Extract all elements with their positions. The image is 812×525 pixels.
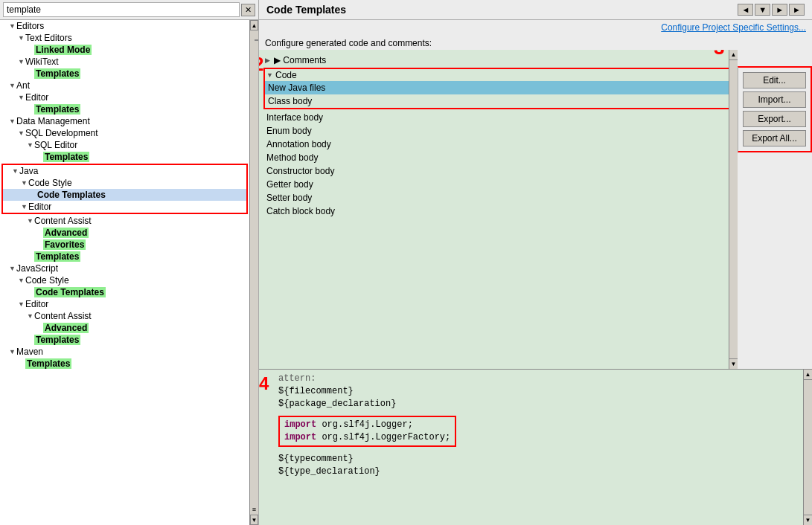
configure-desc: Configure generated code and comments: [259, 35, 812, 50]
preview-line-filecomment: ${filecomment} [278, 385, 797, 398]
catch-block-body-item[interactable]: Catch block body [263, 204, 733, 218]
configure-link[interactable]: Configure Project Specific Settings... [661, 22, 806, 33]
template-tree-scrollbar[interactable]: ▲ ▼ [729, 50, 738, 369]
tree-area: ▼Editors ▼Text Editors Linked Mode ▼Wiki… [0, 20, 249, 525]
search-bar: ✕ [0, 0, 258, 20]
marker-3: 3 [714, 50, 724, 59]
configure-row: Configure Project Specific Settings... [259, 20, 812, 35]
tree-item-sql-templates[interactable]: Templates [0, 151, 249, 163]
tree-item-ant[interactable]: ▼Ant [0, 80, 249, 91]
annotation-body-item[interactable]: Annotation body [263, 138, 733, 151]
tree-item-linked-mode[interactable]: Linked Mode [0, 44, 249, 56]
preview-scroll-up[interactable]: ▲ [804, 370, 812, 380]
getter-body-item[interactable]: Getter body [263, 178, 733, 191]
constructor-body-item[interactable]: Constructor body [263, 164, 733, 178]
tree-item-advanced-1[interactable]: Advanced [0, 227, 249, 239]
left-panel: ✕ ▼Editors ▼Text Editors Linked Mode [0, 0, 259, 525]
preview-import2: import org.slf4j.LoggerFactory; [284, 431, 450, 444]
tree-item-sql-dev[interactable]: ▼SQL Development [0, 127, 249, 139]
tree-item-content-assist[interactable]: ▼Content Assist [0, 215, 249, 227]
tree-item-maven-templates[interactable]: Templates [0, 358, 249, 370]
method-body-item[interactable]: Method body [263, 151, 733, 164]
preview-typecomment: ${typecomment} [278, 453, 797, 466]
tree-item-js-codestyle[interactable]: ▼Code Style [0, 274, 249, 286]
right-panel: Code Templates ◄ ▼ ► ► Configure Project… [259, 0, 812, 525]
tree-item-java-editor[interactable]: ▼Editor [3, 201, 246, 213]
nav-dropdown-button[interactable]: ▼ [755, 4, 770, 16]
import-box: import org.slf4j.Logger; import org.slf4… [278, 416, 456, 447]
scroll-up-arrow[interactable]: ▲ [250, 20, 258, 30]
panel-title: Code Templates [266, 4, 738, 16]
scroll-down-arrow[interactable]: ▼ [250, 515, 258, 525]
tree-item-maven[interactable]: ▼Maven [0, 346, 249, 358]
search-input[interactable] [3, 2, 240, 17]
preview-scrollbar[interactable]: ▲ ▼ [803, 370, 812, 525]
search-clear-button[interactable]: ✕ [241, 4, 255, 16]
tree-item-wikitext-templates[interactable]: Templates [0, 68, 249, 80]
class-body-item[interactable]: Class body [265, 94, 729, 108]
template-tree: ▶ ▶ Comments ▼ Code New Java files [259, 50, 738, 222]
tree-item-code-templates[interactable]: Code Templates [3, 189, 246, 201]
preview-area: 4 attern: ${filecomment} ${package_decla… [259, 369, 812, 525]
tree-item-text-editors[interactable]: ▼Text Editors [0, 32, 249, 44]
tree-item-java-editor-templates[interactable]: Templates [0, 251, 249, 262]
marker-2: 2 [259, 53, 263, 76]
nav-forward-button[interactable]: ► [772, 4, 787, 16]
export-all-button[interactable]: Export All... [743, 130, 806, 146]
tree-item-ant-templates[interactable]: Templates [0, 103, 249, 115]
tree-item-java[interactable]: ▼Java [3, 165, 246, 177]
setter-body-item[interactable]: Setter body [263, 191, 733, 204]
tree-item-ant-editor[interactable]: ▼Editor [0, 91, 249, 103]
preview-type-declaration: ${type_declaration} [278, 466, 797, 478]
tmpl-scroll-down[interactable]: ▼ [729, 358, 738, 369]
nav-buttons: ◄ ▼ ► ► [738, 4, 805, 16]
tree-item-java-codestyle[interactable]: ▼Code Style [3, 177, 246, 189]
tree-item-js-code-templates[interactable]: Code Templates [0, 286, 249, 298]
nav-back-button[interactable]: ◄ [738, 4, 753, 16]
tree-item-sql-editor[interactable]: ▼SQL Editor [0, 139, 249, 151]
tree-item-js-content-assist[interactable]: ▼Content Assist [0, 310, 249, 322]
tree-item-data-mgmt[interactable]: ▼Data Management [0, 115, 249, 127]
marker-4: 4 [259, 371, 269, 396]
tree-item-favorites[interactable]: Favorites [0, 239, 249, 251]
tmpl-scroll-up[interactable]: ▲ [729, 50, 738, 60]
import-button[interactable]: Import... [743, 91, 806, 108]
preview-scroll-down[interactable]: ▼ [804, 515, 812, 525]
tree-item-editors[interactable]: ▼Editors [0, 20, 249, 32]
enum-body-item[interactable]: Enum body [263, 124, 733, 138]
export-button[interactable]: Export... [743, 111, 806, 127]
preview-content: 4 attern: ${filecomment} ${package_decla… [259, 370, 803, 525]
preview-line-pattern: attern: [278, 373, 797, 385]
interface-body-item[interactable]: Interface body [263, 111, 733, 124]
comments-section[interactable]: ▶ ▶ Comments [263, 54, 733, 66]
code-section[interactable]: ▼ Code [265, 69, 729, 81]
edit-button[interactable]: Edit... [743, 72, 806, 88]
scroll-thumb[interactable] [255, 39, 259, 41]
new-java-files-item[interactable]: New Java files [265, 81, 729, 94]
tree-item-wikitext[interactable]: ▼WikiText [0, 56, 249, 68]
tree-scrollbar[interactable]: ▲ ≡ ▼ [249, 20, 258, 525]
preview-import1: import org.slf4j.Logger; [284, 419, 450, 431]
nav-forward2-button[interactable]: ► [789, 4, 805, 16]
tree-item-js-editor[interactable]: ▼Editor [0, 298, 249, 310]
preview-line-package: ${package_declaration} [278, 398, 797, 410]
tree-item-javascript[interactable]: ▼JavaScript [0, 262, 249, 274]
tree-item-js-templates[interactable]: Templates [0, 334, 249, 346]
tree-item-js-advanced[interactable]: Advanced [0, 322, 249, 334]
scroll-grip[interactable]: ≡ [252, 504, 256, 515]
